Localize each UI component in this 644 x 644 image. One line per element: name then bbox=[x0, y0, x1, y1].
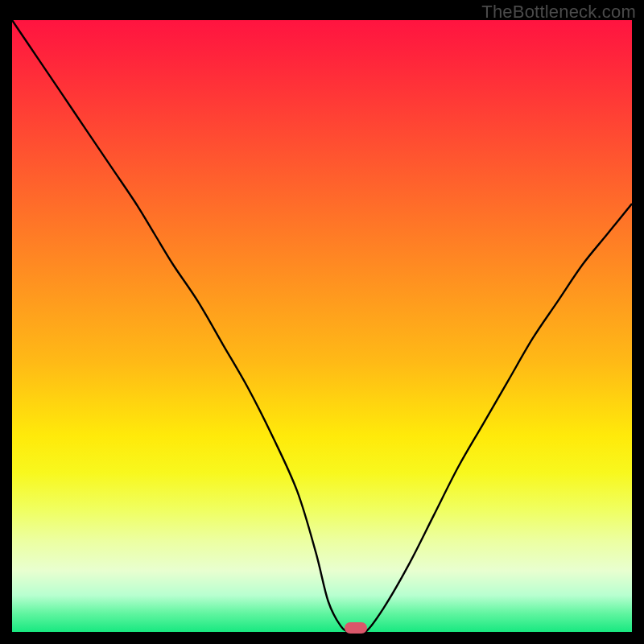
plot-area bbox=[12, 20, 632, 632]
curve-svg bbox=[12, 20, 632, 632]
chart-stage: TheBottleneck.com bbox=[0, 0, 644, 644]
minimum-marker bbox=[345, 622, 367, 634]
watermark-text: TheBottleneck.com bbox=[481, 2, 636, 23]
bottleneck-curve bbox=[12, 20, 632, 632]
